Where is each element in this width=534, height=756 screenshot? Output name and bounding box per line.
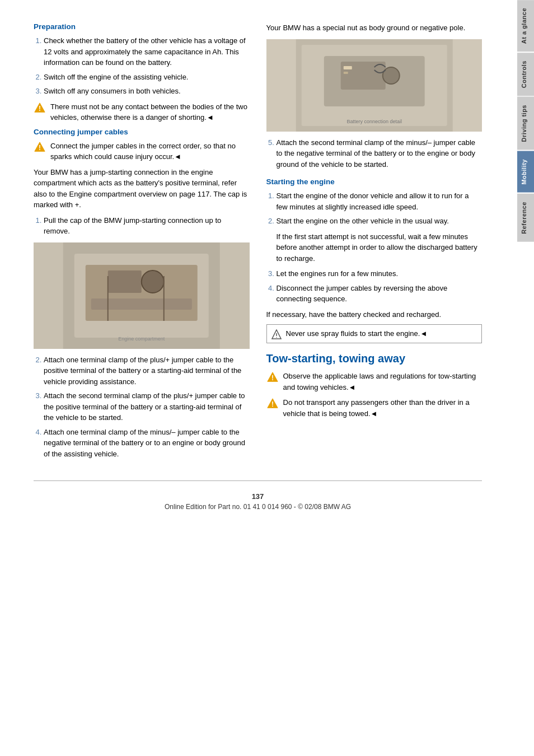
starting-list-2: Let the engines run for a few minutes. D… xyxy=(266,268,483,305)
list-item: Start the engine of the donor vehicle an… xyxy=(277,190,483,212)
connecting-heading: Connecting jumper cables xyxy=(34,128,250,136)
tab-driving-tips[interactable]: Driving tips xyxy=(517,97,534,150)
list-item: Attach one terminal clamp of the plus/+ … xyxy=(44,354,250,388)
note-icon xyxy=(271,329,282,339)
main-content: Preparation Check whether the battery of… xyxy=(0,0,513,756)
list-item: Let the engines run for a few minutes. xyxy=(277,268,483,279)
left-column: Preparation Check whether the battery of… xyxy=(34,22,250,464)
warning-icon: ! xyxy=(34,102,46,114)
list-item: Attach one terminal clamp of the minus/–… xyxy=(44,427,250,460)
warning-icon-2: ! xyxy=(34,141,46,153)
svg-text:!: ! xyxy=(39,104,41,112)
tow-warning-1: ! Observe the applicable laws and regula… xyxy=(266,371,483,393)
connecting-warning: ! Connect the jumper cables in the corre… xyxy=(34,141,250,162)
page-number: 137 xyxy=(34,492,482,501)
list-item: Attach the second terminal clamp of the … xyxy=(277,137,483,170)
warning-icon-4: ! xyxy=(266,398,279,410)
preparation-warning: ! There must not be any contact between … xyxy=(34,101,250,123)
connecting-para1: Your BMW has a jump-starting connection … xyxy=(34,167,250,211)
tab-mobility[interactable]: Mobility xyxy=(517,151,534,193)
svg-rect-19 xyxy=(343,72,348,74)
svg-rect-16 xyxy=(340,62,385,90)
list-item: Switch off any consumers in both vehicle… xyxy=(44,86,250,97)
svg-text:!: ! xyxy=(39,143,41,151)
list-item: Switch off the engine of the assisting v… xyxy=(44,72,250,83)
connecting-list-1: Pull the cap of the BMW jump-starting co… xyxy=(34,215,250,237)
step5-list: Attach the second terminal clamp of the … xyxy=(266,137,483,170)
list-item: Check whether the battery of the other v… xyxy=(44,35,250,68)
starting-subtext: If the first start attempt is not succes… xyxy=(277,231,483,264)
engine-bay-image-left: Engine compartment xyxy=(34,242,250,349)
preparation-heading: Preparation xyxy=(34,22,250,31)
starting-list: Start the engine of the donor vehicle an… xyxy=(266,190,483,227)
right-para1: Your BMW has a special nut as body groun… xyxy=(266,22,483,34)
starting-heading: Starting the engine xyxy=(266,178,483,186)
right-column: Your BMW has a special nut as body groun… xyxy=(266,22,483,464)
preparation-list: Check whether the battery of the other v… xyxy=(34,35,250,97)
list-item: Start the engine on the other vehicle in… xyxy=(277,216,483,227)
tab-controls[interactable]: Controls xyxy=(517,53,534,96)
svg-point-23 xyxy=(276,337,277,338)
svg-point-8 xyxy=(142,270,164,293)
svg-rect-7 xyxy=(108,270,142,293)
svg-rect-9 xyxy=(91,298,192,310)
list-item: Attach the second terminal clamp of the … xyxy=(44,390,250,423)
tow-warning-2: ! Do not transport any passengers other … xyxy=(266,397,483,419)
svg-text:!: ! xyxy=(271,374,274,382)
svg-text:Engine compartment: Engine compartment xyxy=(118,336,165,342)
list-item: Pull the cap of the BMW jump-starting co… xyxy=(44,215,250,237)
tow-heading: Tow-starting, towing away xyxy=(266,352,483,365)
list-item: Disconnect the jumper cables by reversin… xyxy=(277,283,483,305)
svg-text:!: ! xyxy=(271,400,274,408)
tab-at-a-glance[interactable]: At a glance xyxy=(517,0,534,52)
footer-text: Online Edition for Part no. 01 41 0 014 … xyxy=(34,503,482,511)
svg-text:Battery connection detail: Battery connection detail xyxy=(346,119,402,124)
side-tabs: At a glance Controls Driving tips Mobili… xyxy=(513,0,534,756)
starting-note-block: Never use spray fluids to start the engi… xyxy=(266,324,483,343)
page-footer: 137 Online Edition for Part no. 01 41 0 … xyxy=(34,480,482,516)
battery-image-right: Battery connection detail xyxy=(266,39,483,132)
tab-reference[interactable]: Reference xyxy=(517,194,534,242)
warning-icon-3: ! xyxy=(266,371,279,384)
starting-para2: If necessary, have the battery checked a… xyxy=(266,309,483,320)
connecting-list-2: Attach one terminal clamp of the plus/+ … xyxy=(34,354,250,460)
svg-rect-18 xyxy=(343,66,352,69)
